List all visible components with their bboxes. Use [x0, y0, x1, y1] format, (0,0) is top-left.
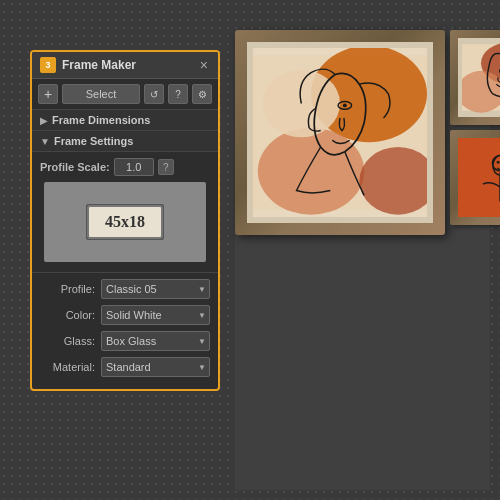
frame-dimensions-arrow: ▶ — [40, 115, 48, 126]
profile-select-wrapper: Classic 05 — [101, 279, 210, 299]
svg-point-6 — [343, 104, 347, 108]
glass-label: Glass: — [40, 335, 95, 347]
profile-select[interactable]: Classic 05 — [101, 279, 210, 299]
profile-scale-row: Profile Scale: ? — [40, 158, 210, 176]
close-button[interactable]: × — [198, 57, 210, 73]
big-frame-mat — [247, 42, 433, 223]
small-frame-3-image — [462, 142, 500, 213]
glass-select-wrapper: Box Glass — [101, 331, 210, 351]
small-frame-3-outer — [450, 130, 500, 225]
color-select-wrapper: Solid White — [101, 305, 210, 325]
glass-row: Glass: Box Glass — [40, 331, 210, 351]
frame-settings-header[interactable]: ▼ Frame Settings — [32, 131, 218, 152]
settings-button[interactable]: ⚙ — [192, 84, 212, 104]
material-row: Material: Standard — [40, 357, 210, 377]
frame-preview: 45x18 — [44, 182, 206, 262]
panel-icon: 3 — [40, 57, 56, 73]
svg-point-9 — [462, 71, 500, 113]
big-frame — [235, 30, 445, 235]
color-select[interactable]: Solid White — [101, 305, 210, 325]
panel-toolbar: + Select ↺ ? ⚙ — [32, 79, 218, 110]
frame-settings-content: Profile Scale: ? 45x18 — [32, 152, 218, 273]
small-frame-1-image — [462, 42, 500, 113]
profile-scale-label: Profile Scale: — [40, 161, 110, 173]
big-frame-image — [253, 48, 427, 217]
profile-row: Profile: Classic 05 — [40, 279, 210, 299]
frame-maker-panel: 3 Frame Maker × + Select ↺ ? ⚙ ▶ Frame D… — [30, 50, 220, 391]
small-frame-1 — [450, 30, 500, 125]
profile-scale-input[interactable] — [114, 158, 154, 176]
color-row: Color: Solid White — [40, 305, 210, 325]
material-select[interactable]: Standard — [101, 357, 210, 377]
panel-header: 3 Frame Maker × — [32, 52, 218, 79]
small-frame-3 — [450, 130, 500, 225]
frame-preview-inner: 45x18 — [86, 204, 164, 240]
material-label: Material: — [40, 361, 95, 373]
svg-rect-15 — [462, 144, 500, 211]
svg-point-18 — [497, 161, 500, 164]
frame-settings-arrow: ▼ — [40, 136, 50, 147]
frame-dimensions-header[interactable]: ▶ Frame Dimensions — [32, 110, 218, 131]
select-button[interactable]: Select — [62, 84, 140, 104]
properties-section: Profile: Classic 05 Color: Solid White G… — [32, 273, 218, 389]
frame-dimensions-label: Frame Dimensions — [52, 114, 150, 126]
small-frame-1-outer — [450, 30, 500, 125]
small-frame-3-mat — [458, 138, 500, 217]
frame-settings-label: Frame Settings — [54, 135, 133, 147]
panel-title: Frame Maker — [62, 58, 198, 72]
glass-select[interactable]: Box Glass — [101, 331, 210, 351]
profile-label: Profile: — [40, 283, 95, 295]
help-button[interactable]: ? — [168, 84, 188, 104]
canvas-area — [235, 30, 490, 490]
refresh-button[interactable]: ↺ — [144, 84, 164, 104]
add-button[interactable]: + — [38, 84, 58, 104]
material-select-wrapper: Standard — [101, 357, 210, 377]
frame-size-label: 45x18 — [105, 213, 145, 230]
color-label: Color: — [40, 309, 95, 321]
profile-scale-help-button[interactable]: ? — [158, 159, 174, 175]
small-frame-1-mat — [458, 38, 500, 117]
big-frame-outer — [235, 30, 445, 235]
